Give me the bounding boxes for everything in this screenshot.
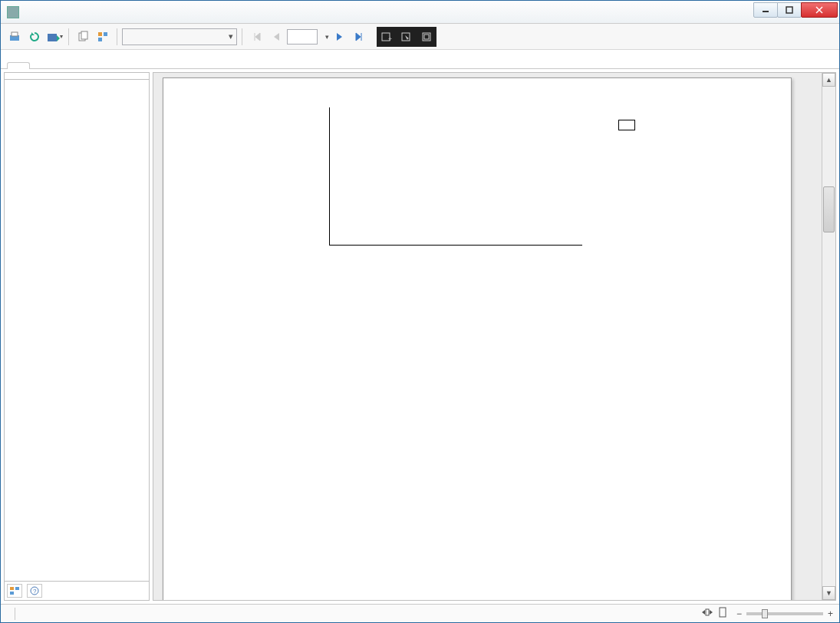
status-bar: − + xyxy=(1,604,839,622)
vertical-scrollbar[interactable]: ▲ ▼ xyxy=(822,73,835,600)
add-view-icon[interactable]: + xyxy=(377,27,397,47)
svg-rect-23 xyxy=(720,608,726,617)
svg-rect-18 xyxy=(15,587,19,590)
fit-page-icon[interactable] xyxy=(718,607,727,620)
print-icon[interactable] xyxy=(5,28,24,46)
box-view-icon[interactable] xyxy=(417,27,436,47)
report-page xyxy=(163,77,792,600)
copy-icon[interactable] xyxy=(74,28,92,46)
minimize-button[interactable] xyxy=(753,2,778,18)
search-input[interactable]: ▾ xyxy=(122,28,237,45)
chevron-down-icon[interactable]: ▾ xyxy=(229,31,233,41)
chevron-down-icon[interactable]: ▾ xyxy=(325,33,329,41)
maximize-button[interactable] xyxy=(777,2,802,18)
pointer-view-icon[interactable] xyxy=(397,27,417,47)
app-icon xyxy=(7,6,19,18)
svg-rect-11 xyxy=(98,38,102,41)
tree-mode-icon[interactable] xyxy=(7,584,22,598)
chart-legend xyxy=(618,120,635,130)
refresh-icon[interactable] xyxy=(25,28,44,46)
svg-rect-5 xyxy=(12,32,18,36)
next-page-icon[interactable] xyxy=(331,28,349,46)
svg-text:?: ? xyxy=(33,588,37,595)
svg-rect-8 xyxy=(81,31,87,39)
svg-rect-17 xyxy=(10,587,14,590)
chart-plot xyxy=(329,107,582,246)
zoom-in-icon[interactable]: + xyxy=(828,608,833,619)
svg-rect-19 xyxy=(10,592,14,595)
svg-rect-22 xyxy=(706,609,709,615)
svg-rect-6 xyxy=(48,34,57,41)
page-number-input[interactable] xyxy=(287,29,318,44)
report-viewport: ▲ ▼ xyxy=(153,72,836,601)
svg-rect-1 xyxy=(786,7,792,13)
svg-rect-10 xyxy=(104,32,107,36)
export-icon[interactable]: ▾ xyxy=(45,28,64,46)
svg-rect-16 xyxy=(424,35,429,39)
group-tree-panel: ? xyxy=(4,72,150,601)
zoom-slider[interactable] xyxy=(746,612,823,615)
last-page-icon[interactable] xyxy=(351,28,369,46)
view-mode-strip: + xyxy=(377,27,436,47)
prev-page-icon[interactable] xyxy=(267,28,285,46)
scroll-down-icon[interactable]: ▼ xyxy=(822,586,835,600)
params-icon[interactable]: ? xyxy=(27,584,42,598)
svg-text:+: + xyxy=(388,35,392,43)
tab-row xyxy=(1,50,839,69)
zoom-out-icon[interactable]: − xyxy=(736,608,742,619)
tree-toggle-icon[interactable] xyxy=(94,28,112,46)
fit-width-icon[interactable] xyxy=(701,608,713,619)
svg-rect-9 xyxy=(98,32,102,36)
toolbar: ▾ ▾ ▾ + xyxy=(1,24,839,50)
scroll-thumb[interactable] xyxy=(823,186,835,232)
tab-preview[interactable] xyxy=(7,62,30,69)
titlebar xyxy=(1,1,839,24)
scroll-up-icon[interactable]: ▲ xyxy=(822,73,835,87)
first-page-icon[interactable] xyxy=(247,28,265,46)
close-button[interactable] xyxy=(801,2,838,18)
